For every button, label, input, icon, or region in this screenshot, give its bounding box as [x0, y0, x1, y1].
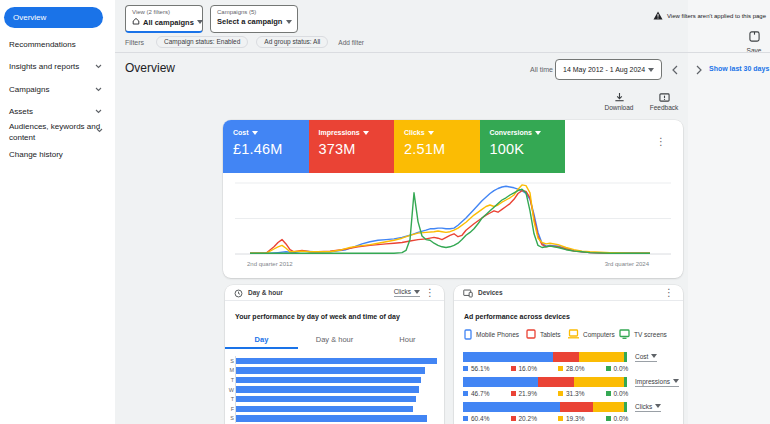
bar-segment	[553, 352, 579, 362]
card-menu-button[interactable]: ⋮	[425, 288, 435, 298]
tv-screen-icon	[619, 329, 630, 339]
day-bar[interactable]	[236, 358, 437, 365]
device-metric-row: Cost56.1%16.0%28.0%0.0%	[463, 352, 678, 373]
chart-series	[250, 185, 650, 253]
legend-item: Computers	[568, 329, 615, 339]
next-period-button[interactable]	[695, 61, 703, 79]
segment-percent: 0.0%	[606, 390, 629, 397]
tab-day-hour[interactable]: Day & hour	[298, 332, 371, 349]
show-last-30-days-link[interactable]: Show last 30 days	[709, 65, 769, 72]
x-axis-start-label: 2nd quarter 2012	[247, 261, 293, 267]
day-bar[interactable]	[236, 415, 427, 422]
day-bar[interactable]	[236, 377, 421, 384]
date-range-picker[interactable]: 14 May 2012 - 1 Aug 2024	[555, 59, 662, 80]
feedback-button[interactable]: Feedback	[644, 92, 684, 111]
computer-icon	[568, 329, 579, 339]
chevron-down-icon	[95, 64, 102, 69]
save-button[interactable]: Save	[742, 28, 766, 54]
day-label: S	[228, 358, 234, 364]
device-metric-selector[interactable]: Cost	[635, 353, 657, 362]
chevron-down-icon	[95, 87, 102, 92]
day-bar-row: M	[236, 366, 437, 376]
filter-chip-campaign-status[interactable]: Campaign status: Enabled	[156, 36, 248, 48]
sidebar-item-recommendations[interactable]: Recommendations	[9, 40, 112, 51]
dropdown-caret-icon	[414, 290, 420, 294]
sidebar-item-insights[interactable]: Insights and reports	[9, 62, 112, 73]
legend-swatch	[558, 366, 563, 371]
save-icon	[749, 31, 760, 42]
segment-percent: 31.3%	[558, 390, 584, 397]
sidebar-item-campaigns[interactable]: Campaigns	[9, 85, 112, 96]
device-metric-selector[interactable]: Impressions	[635, 378, 679, 387]
legend-item: TV screens	[619, 329, 667, 339]
bar-segment	[538, 377, 573, 387]
date-range-label: All time	[530, 66, 553, 73]
dropdown-caret-icon	[197, 20, 203, 24]
legend-swatch	[463, 391, 468, 396]
sidebar-item-change-history[interactable]: Change history	[9, 150, 112, 161]
tab-hour[interactable]: Hour	[371, 332, 444, 349]
bar-segment	[463, 352, 553, 362]
feedback-icon	[659, 92, 670, 103]
bar-segment	[624, 377, 627, 387]
tablet-icon	[526, 329, 536, 339]
day-bar[interactable]	[236, 386, 419, 393]
filter-chip-ad-group-status[interactable]: Ad group status: All	[256, 36, 328, 48]
dropdown-caret-icon	[363, 131, 369, 135]
segment-percent: 46.7%	[463, 390, 489, 397]
campaign-selector[interactable]: Campaigns (5) Select a campaign	[210, 5, 298, 33]
day-metric-selector[interactable]: Clicks	[394, 288, 420, 297]
devices-card-title: Ad performance across devices	[464, 313, 570, 320]
view-selector[interactable]: View (2 filters) All campaigns	[125, 5, 203, 33]
legend-swatch	[558, 416, 563, 421]
bar-segment	[574, 377, 624, 387]
bar-segment	[560, 402, 593, 412]
day-label: W	[228, 387, 234, 393]
legend-swatch	[511, 366, 516, 371]
segment-percent: 19.3%	[558, 415, 584, 422]
chevron-down-icon	[95, 109, 102, 114]
day-bar-row: T	[236, 375, 437, 385]
mobile-phone-icon	[464, 329, 472, 340]
devices-card: Devices ⋮ Ad performance across devices …	[454, 285, 683, 424]
main-content: View (2 filters) All campaigns Campaigns…	[115, 0, 770, 424]
stacked-bar	[463, 402, 627, 412]
google-ads-overview-page: Overview Recommendations Insights and re…	[0, 0, 770, 424]
dropdown-caret-icon	[286, 20, 292, 24]
download-button[interactable]: Download	[599, 92, 639, 111]
add-filter-button[interactable]: Add filter	[338, 39, 364, 46]
metric-chip-cost[interactable]: Cost £1.46M	[223, 120, 309, 173]
warning-icon	[653, 11, 663, 21]
card-menu-button[interactable]: ⋮	[656, 137, 666, 147]
segment-percent: 28.0%	[558, 365, 584, 372]
header-divider	[115, 52, 770, 53]
day-bar[interactable]	[236, 406, 413, 413]
legend-swatch	[463, 416, 468, 421]
card-menu-button[interactable]: ⋮	[664, 288, 674, 298]
bar-segment	[624, 402, 627, 412]
metric-chip-impressions[interactable]: Impressions 373M	[309, 120, 395, 173]
day-label: S	[228, 415, 234, 421]
chevron-down-icon	[96, 128, 103, 133]
day-tabs: Day Day & hour Hour	[225, 332, 444, 349]
segment-percent: 0.0%	[606, 415, 629, 422]
day-bar[interactable]	[236, 396, 416, 403]
sidebar-item-audiences[interactable]: Audiences, keywords and content	[9, 122, 105, 143]
sidebar-item-overview[interactable]: Overview	[4, 7, 103, 28]
day-bar[interactable]	[236, 367, 425, 374]
sidebar-item-assets[interactable]: Assets	[9, 107, 112, 118]
metric-chip-clicks[interactable]: Clicks 2.51M	[394, 120, 480, 173]
tab-day[interactable]: Day	[225, 332, 298, 349]
day-bar-row: T	[236, 394, 437, 404]
dropdown-caret-icon	[648, 68, 654, 72]
previous-period-button[interactable]	[671, 61, 679, 79]
legend-swatch	[511, 416, 516, 421]
legend-swatch	[511, 391, 516, 396]
legend-swatch	[558, 391, 563, 396]
metric-chip-conversions[interactable]: Conversions 100K	[480, 120, 566, 173]
segment-percent: 20.2%	[511, 415, 537, 422]
segment-percent: 56.1%	[463, 365, 489, 372]
legend-item: Tablets	[526, 329, 561, 339]
device-metric-selector[interactable]: Clicks	[635, 403, 661, 412]
dropdown-caret-icon	[673, 379, 679, 383]
